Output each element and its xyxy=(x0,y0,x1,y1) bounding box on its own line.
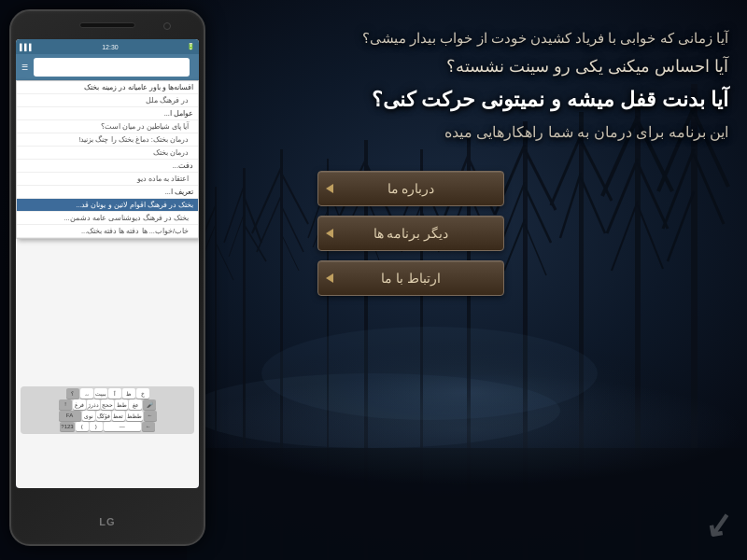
key-x[interactable]: خ xyxy=(136,388,149,399)
other-apps-button[interactable]: دیگر برنامه ها xyxy=(317,216,504,251)
key-f[interactable]: فرغ xyxy=(73,399,86,410)
dropdown-item-6[interactable]: درمان بختک xyxy=(17,147,198,160)
svg-text:↙: ↙ xyxy=(702,504,737,547)
text-line-1: آیا زمانی که خوابی با فریاد کشیدن خودت ا… xyxy=(317,28,728,48)
screen-content: ▌▌▌ 12:30 🔋 ☰ افسانه‌ها و باور عامیانه د… xyxy=(16,39,199,488)
dropdown-item-12[interactable]: خاب/خواب... ها دفته ها دفته بختک... xyxy=(17,225,198,238)
phone-mockup: ▌▌▌ 12:30 🔋 ☰ افسانه‌ها و باور عامیانه د… xyxy=(9,9,215,551)
text-line-2: آیا احساس میکنی یکی رو سینت نشسته؟ xyxy=(317,55,728,78)
phone-screen: ▌▌▌ 12:30 🔋 ☰ افسانه‌ها و باور عامیانه د… xyxy=(16,39,199,488)
dropdown-item-10[interactable]: بختک در فرهنگ اقوام لاتین و یونان قد... xyxy=(17,199,198,212)
dropdown-item-11[interactable]: بختک در فرهنگ دیوشناسی عامه دشمن... xyxy=(17,212,198,225)
dropdown-item-7[interactable]: دفت... xyxy=(17,160,198,173)
key-d[interactable]: دذرژ xyxy=(87,399,100,410)
key-t[interactable]: طظ xyxy=(115,399,128,410)
dropdown-item-1[interactable]: افسانه‌ها و باور عامیانه در زمینه بختک xyxy=(17,81,198,94)
about-us-button[interactable]: درباره ما xyxy=(317,171,504,206)
key-lparen[interactable]: ( xyxy=(76,422,89,431)
phone-brand-logo: LG xyxy=(99,516,115,527)
dropdown-item-9[interactable]: تعریف ا... xyxy=(17,186,198,199)
battery-icon: 🔋 xyxy=(187,43,195,50)
key-h[interactable]: ححج xyxy=(101,399,114,410)
key-b[interactable]: ببپت xyxy=(94,388,107,399)
key-z[interactable]: ظ xyxy=(122,388,135,399)
key-aa[interactable]: آ xyxy=(108,388,121,399)
phone-speaker xyxy=(79,22,135,28)
key-space[interactable]: — xyxy=(104,422,141,431)
keyboard-row-4: ?123 ( ) — ← xyxy=(22,422,192,431)
screen-header: ☰ xyxy=(16,54,199,80)
key-mic[interactable]: 🎤 xyxy=(143,399,156,410)
key-enter[interactable]: ← xyxy=(142,422,155,431)
key-exclaim[interactable]: ! xyxy=(59,399,72,410)
status-bar: ▌▌▌ 12:30 🔋 xyxy=(16,39,199,54)
dropdown-item-4[interactable]: آیا پای شیاطین در میان است؟ xyxy=(17,120,198,133)
key-backspace[interactable]: ← xyxy=(144,411,157,421)
keyboard-row-3: FA نوی فؤکگ ثعظ طظظ ← xyxy=(22,411,192,421)
persian-text-block: آیا زمانی که خوابی با فریاد کشیدن خودت ا… xyxy=(317,28,728,143)
key-gh[interactable]: عغ xyxy=(129,399,142,410)
dropdown-item-3[interactable]: عوامل ا... xyxy=(17,107,198,120)
key-comma[interactable]: ،، xyxy=(80,388,93,399)
key-k[interactable]: فؤکگ xyxy=(96,411,111,421)
keyboard-row-1: ؟ ،، ببپت آ ظ خ xyxy=(22,388,192,399)
text-line-4: این برنامه برای درمان به شما راهکارهایی … xyxy=(317,122,728,143)
app-buttons-container: درباره ما دیگر برنامه ها ارتباط با ما xyxy=(317,171,504,296)
key-fa[interactable]: FA xyxy=(59,411,81,421)
key-ta[interactable]: طظظ xyxy=(126,411,143,421)
phone-body: ▌▌▌ 12:30 🔋 ☰ افسانه‌ها و باور عامیانه د… xyxy=(9,9,205,546)
key-question[interactable]: ؟ xyxy=(66,388,79,399)
dropdown-item-8[interactable]: اعتقاد به ماده دیو xyxy=(17,173,198,186)
time-display: 12:30 xyxy=(102,44,119,50)
key-123[interactable]: ?123 xyxy=(60,422,74,431)
text-line-3: آیا بدنت قفل میشه و نمیتونی حرکت کنی؟ xyxy=(317,86,728,115)
contact-us-button[interactable]: ارتباط با ما xyxy=(317,260,504,296)
keyboard-row-2: ! فرغ دذرژ ححج طظ عغ 🎤 xyxy=(22,399,192,410)
key-s[interactable]: ثعظ xyxy=(112,411,125,421)
header-icon: ☰ xyxy=(21,63,28,72)
keyboard[interactable]: ؟ ،، ببپت آ ظ خ ! فرغ دذرژ ححج طظ xyxy=(21,386,194,434)
dropdown-item-5[interactable]: درمان بختک: دماغ بختک را چنگ بزنید! xyxy=(17,133,198,147)
key-n[interactable]: نوی xyxy=(82,411,95,421)
key-rparen[interactable]: ) xyxy=(90,422,103,431)
signal-icon: ▌▌▌ xyxy=(20,44,34,50)
right-panel: آیا زمانی که خوابی با فریاد کشیدن خودت ا… xyxy=(308,0,747,560)
dropdown-menu: افسانه‌ها و باور عامیانه در زمینه بختک د… xyxy=(16,80,199,239)
dropdown-item-2[interactable]: در فرهنگ ملل xyxy=(17,94,198,107)
search-input[interactable] xyxy=(34,58,190,77)
phone-camera xyxy=(163,22,171,30)
